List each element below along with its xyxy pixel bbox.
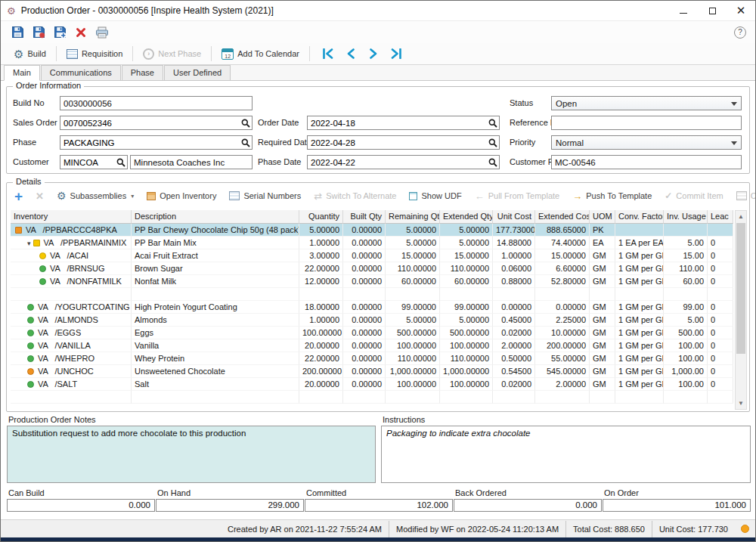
push-to-template-button[interactable]: →Push To Template <box>572 191 652 201</box>
save-close-button[interactable] <box>29 23 48 42</box>
column-header-extended-cost[interactable]: Extended Cost <box>535 210 590 224</box>
first-record-icon <box>322 48 334 59</box>
column-header-inv-usage[interactable]: Inv. Usage <box>664 210 708 224</box>
subassemblies-button[interactable]: ⚙Subassemblies▾ <box>57 190 134 201</box>
order-date-input[interactable] <box>308 119 487 128</box>
tab-user-defined[interactable]: User Defined <box>164 65 231 80</box>
close-button[interactable]: ✕ <box>727 1 755 20</box>
search-icon[interactable] <box>240 119 252 128</box>
add-line-button[interactable]: + <box>14 189 23 203</box>
table-row[interactable]: VA /VANILLAVanilla20.000000.00000100.000… <box>11 339 733 352</box>
vertical-scrollbar[interactable]: ▲ ▼ <box>735 210 747 410</box>
status-orange-circle-icon <box>27 368 34 375</box>
scroll-down-icon[interactable]: ▼ <box>736 398 746 409</box>
quantity-cell <box>299 391 343 404</box>
table-row[interactable] <box>11 391 733 404</box>
save-button[interactable] <box>8 23 26 42</box>
unit-cost-cell: 0.45000 <box>493 314 535 327</box>
switch-to-alternate-button[interactable]: ⇄Switch To Alternate <box>314 191 396 201</box>
scrollbar-thumb[interactable] <box>736 223 745 354</box>
serial-numbers-button[interactable]: Serial Numbers <box>229 191 301 200</box>
reference-no-input[interactable] <box>551 116 742 130</box>
customer-po-input[interactable] <box>551 155 742 169</box>
phase-input[interactable] <box>60 138 240 147</box>
add-to-calendar-button[interactable]: Add To Calendar <box>215 45 306 63</box>
table-row[interactable]: VA /YOGURTCOATINGHigh Protein Yogurt Coa… <box>11 301 733 314</box>
pull-from-template-button[interactable]: ←Pull From Template <box>475 191 560 201</box>
table-row[interactable]: VA /SALTSalt20.000000.00000100.00000100.… <box>11 378 733 391</box>
last-record-button[interactable] <box>389 46 404 61</box>
red-x-icon <box>76 27 86 38</box>
required-date-input[interactable] <box>308 138 487 147</box>
extended-qty-cell: 100.00000 <box>440 339 493 352</box>
commit-item-button[interactable]: ✓Commit Item <box>665 191 723 200</box>
open-source-button[interactable]: Open Source <box>736 191 756 200</box>
table-row[interactable]: VA /NONFATMILKNonfat Milk12.000000.00000… <box>11 275 733 288</box>
tab-communications[interactable]: Communications <box>41 65 121 80</box>
production-order-notes-input[interactable]: Substitution request to add more chocola… <box>7 426 376 483</box>
open-inventory-button[interactable]: Open Inventory <box>147 191 216 200</box>
first-record-button[interactable] <box>321 46 336 61</box>
build-button[interactable]: ⚙ Build <box>7 45 53 63</box>
build-no-input[interactable] <box>60 96 253 110</box>
pull-arrow-icon: ← <box>475 191 485 201</box>
table-row[interactable]: VA /WHEPROWhey Protein22.000000.00000110… <box>11 352 733 365</box>
table-row[interactable]: ▾VA /PPBARMAINMIXPP Bar Main Mix1.000000… <box>11 237 733 249</box>
column-header-uom[interactable]: UOM <box>590 210 615 224</box>
instructions-input[interactable]: Packaging to indicate extra chocolate <box>381 426 751 483</box>
expander-icon[interactable]: ▾ <box>27 240 31 247</box>
cancel-button[interactable] <box>72 23 90 42</box>
next-record-button[interactable] <box>366 46 381 61</box>
search-icon[interactable] <box>487 158 499 167</box>
column-header-quantity[interactable]: Quantity <box>299 210 343 224</box>
status-select[interactable]: Open <box>551 96 742 110</box>
save-new-icon <box>54 26 67 39</box>
table-row[interactable]: VA /ACAIAcai Fruit Extract3.000000.00000… <box>11 249 733 262</box>
delete-line-button[interactable]: ✕ <box>36 191 44 201</box>
show-udf-button[interactable]: Show UDF <box>409 191 461 200</box>
column-header-description[interactable]: Description <box>132 210 299 224</box>
table-row[interactable]: VA /PPBARCCC48PKAPP Bar Chewy Chocolate … <box>11 224 733 237</box>
minimize-button[interactable] <box>669 1 698 20</box>
built-qty-cell: 0.00000 <box>343 352 386 365</box>
extended-cost-cell: 888.65000 <box>535 224 590 237</box>
search-icon[interactable] <box>487 138 499 147</box>
next-phase-button[interactable]: › Next Phase <box>136 45 208 63</box>
tab-main[interactable]: Main <box>4 65 40 81</box>
table-row[interactable]: VA /EGGSEggs100.000000.00000500.00000500… <box>11 327 733 339</box>
tab-phase[interactable]: Phase <box>122 65 163 80</box>
priority-select[interactable]: Normal <box>551 135 742 150</box>
column-header-inventory[interactable]: Inventory <box>11 210 132 224</box>
table-row[interactable]: VA /BRNSUGBrown Sugar22.000000.00000110.… <box>11 262 733 275</box>
table-row[interactable] <box>11 288 733 301</box>
scroll-up-icon[interactable]: ▲ <box>736 211 746 222</box>
description-cell: Acai Fruit Extract <box>132 249 299 262</box>
column-header-remaining-qty[interactable]: Remaining Qty <box>386 210 440 224</box>
save-new-button[interactable] <box>51 23 69 42</box>
search-icon[interactable] <box>115 158 127 167</box>
previous-record-button[interactable] <box>343 46 358 61</box>
phase-date-input[interactable] <box>308 158 487 167</box>
extended-cost-cell: 15.00000 <box>535 249 590 262</box>
instructions-text: Packaging to indicate extra chocolate <box>386 429 531 438</box>
conv-factor-cell <box>615 391 664 404</box>
inv-usage-cell: 5.00 <box>664 314 708 327</box>
table-row[interactable]: VA /ALMONDSAlmonds1.000000.000005.000005… <box>11 314 733 327</box>
column-header-lead[interactable]: Leac <box>708 210 733 224</box>
requisition-button[interactable]: Requisition <box>60 45 129 63</box>
column-header-unit-cost[interactable]: Unit Cost <box>493 210 535 224</box>
customer-code-input[interactable] <box>60 158 115 167</box>
save-close-icon <box>33 26 45 39</box>
column-header-extended-qty[interactable]: Extended Qty <box>440 210 493 224</box>
search-icon[interactable] <box>487 119 499 128</box>
print-button[interactable] <box>93 23 111 42</box>
column-header-built-qty[interactable]: Built Qty <box>343 210 386 224</box>
table-row[interactable]: VA /UNCHOCUnsweetened Chocolate200.00000… <box>11 365 733 378</box>
search-icon[interactable] <box>240 138 252 147</box>
sales-order-input[interactable] <box>60 119 240 128</box>
order-information-group: Order Information Build No Sales Order P… <box>6 86 750 174</box>
help-button[interactable]: ? <box>734 26 746 39</box>
can-build-value: 0.000 <box>7 499 155 512</box>
column-header-conv-factor[interactable]: Conv. Factor <box>615 210 664 224</box>
maximize-button[interactable] <box>698 1 727 20</box>
